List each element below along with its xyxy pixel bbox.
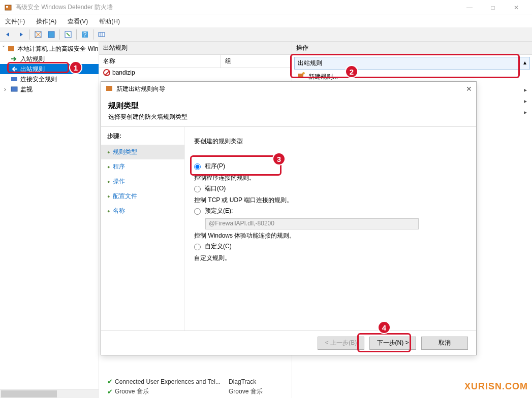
toolbar-btn-3[interactable] — [62, 28, 74, 41]
opt-program-label: 程序(P) — [205, 162, 225, 171]
radio-port[interactable] — [194, 186, 201, 192]
tree-monitor[interactable]: › 监视 — [0, 84, 99, 94]
toolbar-btn-1[interactable] — [32, 28, 44, 41]
step-label: 名称 — [113, 207, 125, 215]
check-icon: ✔ — [107, 378, 113, 385]
cancel-button[interactable]: 取消 — [421, 337, 468, 350]
actions-list: 出站规则 ▴ 新建规则... 2 — [292, 55, 532, 84]
opt-predef-desc: 控制 Windows 体验功能连接的规则。 — [194, 231, 467, 240]
new-rule-icon — [297, 72, 305, 82]
bullet-icon: ● — [107, 194, 110, 199]
minimize-button[interactable]: — — [458, 0, 481, 15]
actions-header: 操作 — [292, 42, 532, 55]
tree-root[interactable]: ˅ 本地计算机 上的高级安全 Win — [0, 44, 99, 54]
opt-port-desc: 控制 TCP 或 UDP 端口连接的规则。 — [194, 196, 467, 205]
menu-help[interactable]: 帮助(H) — [97, 16, 122, 27]
opt-predef-label: 预定义(E): — [205, 207, 233, 215]
wizard-heading: 规则类型 — [108, 101, 469, 111]
wizard-dialog: 新建出站规则向导 ✕ 规则类型 选择要创建的防火墙规则类型 步骤: ●规则类型 … — [101, 81, 477, 355]
toolbar-help-button[interactable]: ? — [79, 28, 91, 41]
toolbar: ? — [0, 27, 532, 42]
tree-outbound[interactable]: 出站规则 — [0, 64, 99, 74]
step-label: 程序 — [113, 162, 125, 171]
step-type[interactable]: ●规则类型 — [101, 145, 184, 159]
row-group: Groove 音乐 — [229, 387, 263, 396]
svg-rect-3 — [48, 31, 54, 38]
firewall-icon — [7, 45, 15, 53]
bottom-rows: ✔ Connected User Experiences and Tel... … — [99, 376, 292, 398]
step-label: 规则类型 — [113, 148, 137, 156]
tree-inbound-label: 入站规则 — [20, 55, 45, 63]
inbound-icon — [10, 55, 18, 63]
list-row[interactable]: ✔ Connected User Experiences and Tel... … — [103, 377, 288, 386]
connsec-icon — [10, 75, 18, 83]
tree-inbound[interactable]: 入站规则 — [0, 54, 99, 64]
row-name: bandizip — [112, 69, 135, 76]
list-row[interactable]: ✔ Groove 音乐 Groove 音乐 — [103, 386, 288, 397]
toolbar-separator — [76, 29, 77, 40]
option-custom[interactable]: 自定义(C) — [194, 240, 467, 253]
step-name[interactable]: ●名称 — [107, 204, 178, 218]
center-header: 出站规则 — [99, 42, 292, 55]
row-name: Connected User Experiences and Tel... — [115, 378, 227, 385]
expand-icon[interactable]: ˅ — [2, 45, 5, 52]
svg-rect-1 — [6, 6, 8, 8]
option-port[interactable]: 端口(O) — [194, 182, 467, 195]
bullet-icon: ● — [107, 164, 110, 170]
col-name[interactable]: 名称 — [99, 55, 221, 68]
tree-scrollbar-horizontal[interactable] — [0, 389, 99, 398]
next-button[interactable]: 下一步(N) > — [369, 337, 416, 350]
callout-4-badge: 4 — [378, 321, 391, 334]
callout-3-badge: 3 — [272, 152, 286, 165]
tree-outbound-label: 出站规则 — [20, 65, 45, 74]
radio-predefined[interactable] — [194, 208, 201, 215]
toolbar-separator — [93, 29, 93, 40]
nav-forward-button[interactable] — [15, 28, 27, 41]
callout-2-badge: 2 — [345, 65, 358, 78]
svg-rect-9 — [11, 77, 17, 81]
step-action[interactable]: ●操作 — [107, 174, 178, 189]
menu-action[interactable]: 操作(A) — [34, 16, 58, 27]
option-predefined[interactable]: 预定义(E): — [194, 205, 467, 217]
wizard-titlebar: 新建出站规则向导 ✕ — [101, 82, 476, 96]
option-program[interactable]: 程序(P) — [194, 160, 467, 173]
opt-custom-label: 自定义(C) — [205, 242, 232, 251]
close-button[interactable]: ✕ — [505, 0, 528, 15]
toolbar-separator — [29, 29, 30, 40]
col-group[interactable]: 组 — [221, 55, 292, 68]
nav-back-button[interactable] — [2, 28, 14, 41]
maximize-button[interactable]: □ — [481, 0, 505, 15]
step-program[interactable]: ●程序 — [107, 159, 178, 174]
toolbar-btn-2[interactable] — [45, 28, 57, 41]
wizard-content: 要创建的规则类型 程序(P) 控制程序连接的规则。 3 端口(O) 控制 TCP… — [185, 127, 476, 330]
svg-rect-12 — [106, 86, 112, 91]
wizard-steps: 步骤: ●规则类型 ●程序 ●操作 ●配置文件 ●名称 — [101, 127, 185, 330]
step-label: 配置文件 — [113, 192, 137, 201]
action-new-rule-label: 新建规则... — [308, 73, 338, 81]
wizard-close-button[interactable]: ✕ — [466, 85, 472, 93]
scrollbar-thumb[interactable] — [1, 390, 57, 397]
menu-file[interactable]: 文件(F) — [3, 16, 27, 27]
radio-custom[interactable] — [194, 244, 201, 250]
wizard-title: 新建出站规则向导 — [116, 85, 165, 93]
collapse-icon[interactable]: ▴ — [523, 59, 526, 68]
radio-program[interactable] — [194, 163, 201, 170]
toolbar-btn-4[interactable] — [96, 28, 108, 41]
menubar: 文件(F) 操作(A) 查看(V) 帮助(H) — [0, 15, 532, 27]
expand-icon[interactable]: › — [2, 86, 8, 93]
list-row[interactable]: bandizip — [99, 68, 292, 77]
bullet-icon: ● — [107, 209, 110, 214]
outbound-icon — [10, 65, 18, 73]
svg-rect-8 — [8, 46, 14, 51]
bullet-icon: ● — [107, 150, 110, 155]
monitor-icon — [10, 85, 18, 93]
predefined-combo[interactable]: @FirewallAPI.dll,-80200 — [205, 218, 419, 229]
step-profile[interactable]: ●配置文件 — [107, 189, 178, 204]
action-group-header: 出站规则 ▴ — [294, 57, 530, 70]
back-button: < 上一步(B) — [318, 337, 364, 350]
wizard-prompt: 要创建的规则类型 — [194, 137, 467, 146]
action-group-label: 出站规则 — [298, 59, 322, 68]
menu-view[interactable]: 查看(V) — [66, 16, 90, 27]
svg-text:?: ? — [83, 31, 87, 38]
tree-connsec[interactable]: 连接安全规则 — [0, 74, 99, 84]
